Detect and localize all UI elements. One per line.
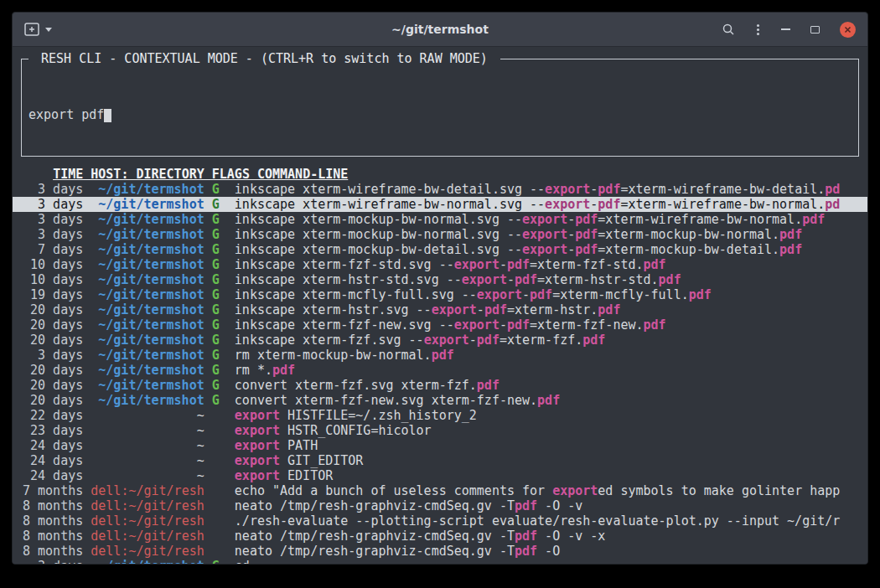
command-cell: inkscape xterm-wireframe-bw-normal.svg -…	[235, 197, 840, 212]
command-cell: inkscape xterm-fzf-std.svg --export-pdf=…	[235, 257, 666, 272]
history-row[interactable]: 3 days ~/git/termshot G inkscape xterm-m…	[13, 212, 867, 227]
flags-cell: G	[212, 257, 220, 272]
spacer	[83, 287, 91, 302]
command-text: =xterm-hstr-std.	[537, 272, 659, 287]
command-cell: inkscape xterm-mockup-bw-normal.svg --ex…	[235, 227, 802, 242]
flags-cell: G	[212, 317, 220, 333]
search-button[interactable]	[722, 23, 735, 36]
history-row[interactable]: 3 days ~/git/termshot G rm xterm-mockup-…	[13, 348, 867, 363]
command-text: -O -v -x	[537, 529, 605, 544]
spacer	[220, 363, 235, 378]
history-row[interactable]: 7 months dell:~/git/resh echo "Add a bun…	[13, 483, 867, 498]
history-row[interactable]: 8 months dell:~/git/resh neato /tmp/resh…	[13, 529, 867, 544]
flags-cell: G	[212, 378, 220, 393]
history-row[interactable]: 3 days ~/git/termshot G inkscape xterm-m…	[13, 227, 867, 242]
command-cell: neato /tmp/resh-graphviz-cmdSeq.gv -Tpdf…	[235, 498, 582, 513]
spacer	[204, 287, 212, 302]
spacer	[220, 333, 235, 348]
close-icon	[840, 22, 856, 38]
command-cell: inkscape xterm-mcfly-full.svg --export-p…	[235, 287, 712, 302]
host-cell: ~	[91, 438, 204, 453]
host-cell: ~/git/termshot	[91, 363, 204, 378]
restore-button[interactable]	[810, 26, 820, 34]
spacer	[83, 393, 91, 408]
history-row[interactable]: 8 months dell:~/git/resh neato /tmp/resh…	[13, 544, 867, 559]
command-text: =xterm-wireframe-bw-normal.	[620, 197, 825, 212]
history-row[interactable]: 10 days ~/git/termshot G inkscape xterm-…	[13, 257, 867, 272]
spacer	[220, 348, 235, 363]
match-text: export	[235, 408, 280, 423]
command-cell: rm xterm-mockup-bw-normal.pdf	[235, 348, 454, 363]
match-text: pdf	[598, 182, 620, 197]
history-row[interactable]: 20 days ~/git/termshot G rm *.pdf	[13, 363, 867, 378]
time-cell: 20 days	[23, 333, 83, 348]
new-tab-button[interactable]	[24, 23, 39, 36]
time-cell: 22 days	[23, 408, 83, 423]
history-row[interactable]: 20 days ~/git/termshot G inkscape xterm-…	[13, 302, 867, 317]
host-cell: ~/git/termshot	[91, 317, 204, 333]
history-row[interactable]: 3 days ~/git/termshot G inkscape xterm-w…	[13, 197, 867, 212]
history-row[interactable]: 7 days ~/git/termshot G inkscape xterm-m…	[13, 242, 867, 257]
spacer	[220, 498, 235, 513]
command-text: GIT_EDITOR	[280, 453, 363, 468]
time-cell: 3 days	[23, 182, 83, 197]
history-row[interactable]: 20 days ~/git/termshot G convert xterm-f…	[13, 393, 867, 408]
command-cell: export HISTFILE=~/.zsh_history_2	[235, 408, 477, 423]
history-row[interactable]: 19 days ~/git/termshot G inkscape xterm-…	[13, 287, 867, 302]
minimize-button[interactable]	[781, 28, 790, 30]
history-row[interactable]: 3 days ~/git/termshot G inkscape xterm-w…	[13, 182, 867, 197]
spacer	[220, 272, 235, 287]
match-text: pdf	[515, 529, 537, 544]
search-input[interactable]: export pdf	[28, 107, 852, 122]
spacer	[204, 393, 212, 408]
history-row[interactable]: 24 days ~ export PATH	[13, 438, 867, 453]
minimize-icon	[781, 28, 790, 30]
command-text: ./resh-evaluate --plotting-script evalua…	[235, 513, 840, 529]
menu-button[interactable]	[755, 23, 761, 37]
spacer	[204, 468, 212, 483]
match-text: pdf	[432, 348, 454, 363]
flags-cell: G	[212, 393, 220, 408]
flags-cell: G	[212, 182, 220, 197]
match-text: export	[545, 197, 590, 212]
spacer	[220, 242, 235, 257]
history-row[interactable]: 3 days ~/git/termshot G cd	[13, 559, 867, 564]
match-text: export	[462, 272, 507, 287]
time-cell: 7 months	[23, 483, 83, 498]
history-row[interactable]: 10 days ~/git/termshot G inkscape xterm-…	[13, 272, 867, 287]
flags-cell	[212, 468, 220, 483]
spacer	[204, 333, 212, 348]
spacer	[220, 529, 235, 544]
history-row[interactable]: 20 days ~/git/termshot G convert xterm-f…	[13, 378, 867, 393]
command-text: echo "Add a bunch of useless comments fo…	[235, 483, 552, 498]
match-text: export	[235, 423, 280, 438]
history-row[interactable]: 20 days ~/git/termshot G inkscape xterm-…	[13, 317, 867, 333]
spacer	[220, 438, 235, 453]
flags-cell: G	[212, 197, 220, 212]
spacer	[220, 559, 235, 564]
chevron-down-icon	[45, 28, 52, 32]
command-text: -	[590, 182, 598, 197]
flags-cell	[212, 408, 220, 423]
spacer	[204, 302, 212, 317]
match-text: export	[522, 242, 567, 257]
history-row[interactable]: 8 months dell:~/git/resh neato /tmp/resh…	[13, 498, 867, 513]
spacer	[83, 483, 91, 498]
history-row[interactable]: 23 days ~ export HSTR_CONFIG=hicolor	[13, 423, 867, 438]
flags-cell: G	[212, 302, 220, 317]
flags-cell: G	[212, 272, 220, 287]
tab-dropdown-button[interactable]	[45, 28, 52, 32]
command-text: =xterm-fzf-new.	[530, 317, 643, 333]
command-text: EDITOR	[280, 468, 333, 483]
history-row[interactable]: 22 days ~ export HISTFILE=~/.zsh_history…	[13, 408, 867, 423]
match-text: pdf	[598, 197, 620, 212]
history-row[interactable]: 24 days ~ export EDITOR	[13, 468, 867, 483]
command-text: inkscape xterm-wireframe-bw-detail.svg -…	[235, 182, 545, 197]
spacer	[220, 302, 235, 317]
command-text: ed symbols to make golinter happ	[598, 483, 840, 498]
flags-cell	[212, 544, 220, 559]
history-row[interactable]: 8 months dell:~/git/resh ./resh-evaluate…	[13, 513, 867, 529]
close-button[interactable]	[840, 22, 856, 38]
history-row[interactable]: 24 days ~ export GIT_EDITOR	[13, 453, 867, 468]
history-row[interactable]: 20 days ~/git/termshot G inkscape xterm-…	[13, 333, 867, 348]
